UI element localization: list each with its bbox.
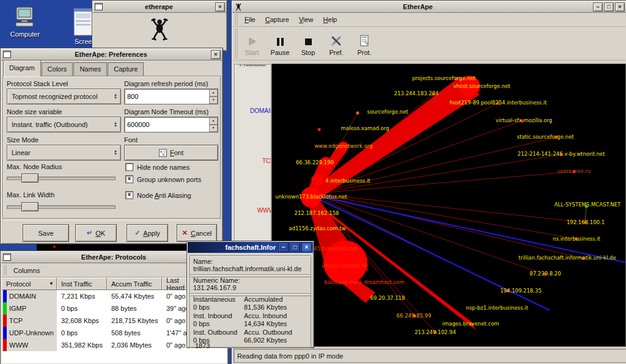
node-label[interactable]: 194.109.218.35 [500, 288, 542, 294]
node-label[interactable]: 4.interbusiness.it [325, 178, 370, 184]
toolbar-pref-button[interactable]: Pref. [323, 27, 350, 56]
tab-colors[interactable]: Colors [42, 62, 73, 76]
toolbar-prot-button[interactable]: Prot. [351, 27, 378, 56]
node-label[interactable]: basic-cid.mark.dreamhost.com [324, 279, 405, 285]
toolbar-stop-button[interactable]: Stop [295, 27, 322, 56]
menu-help[interactable]: Help [319, 14, 342, 25]
main-titlebar[interactable]: EtherApe – □ × [232, 1, 626, 13]
node-label[interactable]: 212-214-141-246.v-by.wtnord.net [518, 151, 606, 157]
node-label[interactable]: 69.20.37.118 [370, 295, 405, 301]
spin-buttons[interactable]: ▲▼ [209, 89, 218, 104]
node-timeout-spinbox[interactable]: 600000 ▲▼ [124, 117, 218, 133]
size-mode-select[interactable]: Linear ▲▼ [7, 145, 121, 161]
tab-names[interactable]: Names [73, 62, 107, 76]
maximize-icon[interactable]: □ [290, 242, 300, 252]
node-label[interactable]: maleso.xamad.org [341, 125, 389, 131]
node-label[interactable]: images.bravenet.com [443, 321, 499, 327]
max-link-width-slider[interactable] [7, 202, 116, 210]
node-label[interactable]: 213.249.102.94 [414, 329, 456, 335]
node-label[interactable]: vhost.sourceforge.net [453, 83, 510, 89]
node-label[interactable]: 66.249.85.99 [397, 313, 432, 319]
preferences-titlebar[interactable]: EtherApe: Preferences × [1, 49, 222, 60]
tab-diagram[interactable]: Diagram [3, 60, 41, 76]
menubar-grip[interactable] [3, 265, 6, 275]
menu-file[interactable]: File [240, 14, 260, 25]
menubar-grip[interactable] [234, 14, 237, 25]
node-label[interactable]: projects.sourceforge.net [412, 75, 476, 81]
toolbar: StartPauseStopPref.Prot. [233, 27, 625, 60]
node-label[interactable]: 87.239.8.20 [529, 271, 561, 277]
preferences-tabs: DiagramColorsNamesCapture [3, 62, 144, 76]
node-label[interactable]: c45.bravenet.com [311, 246, 358, 252]
network-canvas[interactable]: projects.sourceforge.netvhost.sourceforg… [271, 64, 626, 347]
slider-handle[interactable] [21, 202, 39, 211]
stat-cell: Instantaneous [193, 296, 244, 304]
node-label[interactable]: unknown173.blacklotus.net [275, 194, 347, 200]
maximize-icon[interactable]: □ [604, 2, 614, 12]
node-info-titlebar[interactable]: fachschaft.Infor – □ × [188, 242, 313, 253]
node-dot[interactable] [356, 112, 359, 115]
column-header-accum-traffic[interactable]: Accum Traffic [107, 278, 162, 290]
node-label[interactable]: static.sourceforge.net [517, 134, 574, 140]
node-circle[interactable] [311, 174, 323, 186]
close-icon[interactable]: × [211, 50, 221, 59]
save-button[interactable]: Save [23, 224, 69, 242]
node-label[interactable]: www.edgenetwork.org [314, 143, 372, 149]
font-button[interactable]: ab c Font [124, 145, 218, 161]
column-header-inst-traffic[interactable]: Inst Traffic [57, 278, 107, 290]
toolbar-pause-button[interactable]: Pause [267, 27, 293, 56]
checkbox-hide-node-names[interactable]: Hide node names [125, 163, 190, 171]
desktop-icon-computer[interactable]: Computer [4, 5, 46, 38]
node-label[interactable]: 213.244.183.204 [394, 90, 438, 96]
minimize-icon[interactable]: – [593, 2, 603, 12]
node-label[interactable]: host219-89.pool8254.interbusiness.it [450, 100, 548, 106]
node-label[interactable]: 66.36.229.190 [296, 159, 334, 166]
max-node-radius-slider[interactable] [7, 173, 116, 181]
node-label[interactable]: sourceforge.net [367, 109, 408, 115]
stat-cell: 14,634 Kbytes [244, 320, 307, 328]
menu-view[interactable]: View [294, 14, 319, 25]
node-size-variable-select[interactable]: Instant. traffic (Outbound) ▲▼ [7, 117, 121, 133]
node-label[interactable]: virtual-sfx.mozilla.org [496, 117, 552, 123]
close-icon[interactable]: × [301, 242, 312, 252]
node-label[interactable]: 192.168.100.1 [567, 219, 605, 225]
apply-button[interactable]: ✓Apply [127, 224, 168, 242]
node-dot[interactable] [318, 128, 321, 131]
node-label[interactable]: users.inse.ru [558, 168, 591, 174]
checkbox-group-unknown-ports[interactable]: ×Group unknown ports [125, 175, 201, 183]
cancel-button[interactable]: ✕Cancel [177, 224, 217, 242]
menu-columns[interactable]: Columns [9, 265, 45, 276]
node-label[interactable]: ALL-SYSTEMS.MCAST.NET [554, 202, 621, 208]
etherape-splash-titlebar[interactable]: etherape × [93, 1, 226, 13]
spin-buttons[interactable]: ▲▼ [209, 117, 218, 132]
node-label[interactable]: unicorn.berlios.de [322, 263, 368, 269]
tab-capture[interactable]: Capture [108, 62, 144, 76]
refresh-period-spinbox[interactable]: 800 ▲▼ [124, 89, 218, 104]
ok-button[interactable]: ↵OK [75, 224, 117, 242]
stat-cell: Inst. Outbound [193, 329, 244, 337]
protocol-stack-level-select[interactable]: Topmost recognized protocol ▲▼ [7, 89, 121, 104]
node-label[interactable]: ns.interbusiness.it [553, 236, 600, 242]
node-timeout-label: Diagram Node Timeout (ms) [124, 108, 208, 115]
window-title: EtherApe: Protocols [11, 253, 216, 261]
stat-cell: Accumulated [244, 296, 307, 304]
toolbar-grip[interactable] [234, 28, 237, 59]
ape-logo-icon [149, 15, 171, 42]
close-icon[interactable]: × [215, 2, 225, 12]
max-link-width-label: Max. Link Width [7, 191, 54, 198]
protocol-color-swatch [3, 290, 7, 302]
minimize-icon[interactable]: – [278, 242, 289, 252]
protocol-color-swatch [3, 302, 7, 315]
close-icon[interactable]: × [615, 2, 625, 12]
menu-capture[interactable]: Capture [260, 14, 294, 25]
column-header-protocol[interactable]: Protocol▼ [2, 278, 57, 290]
window-icon [3, 51, 11, 58]
slider-handle[interactable] [21, 173, 39, 183]
node-label[interactable]: nsp-bz1.interbusiness.it [466, 305, 528, 311]
checkbox-node-anti-aliasing[interactable]: ×Node Anti Aliasing [125, 191, 191, 199]
spin-up-icon: ▲ [209, 117, 218, 125]
node-label[interactable]: ad1156.zydas.com.tw [289, 225, 345, 231]
ape-icon [234, 2, 243, 12]
node-label[interactable]: 212.187.162.158 [294, 210, 339, 216]
node-label[interactable]: trillian.fachschaft.informatik.uni-kl.de [518, 255, 616, 261]
